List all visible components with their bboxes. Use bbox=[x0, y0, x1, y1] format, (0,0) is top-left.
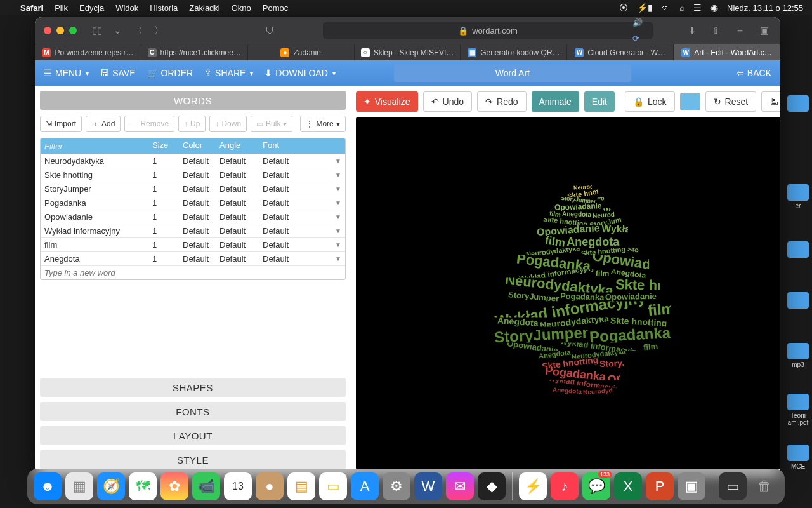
dock-item[interactable]: ♪ bbox=[551, 472, 579, 500]
siri-icon[interactable]: ◉ bbox=[710, 3, 718, 13]
browser-tab[interactable]: ●Zadanie bbox=[248, 44, 355, 60]
dock-item[interactable]: X bbox=[614, 472, 642, 500]
dock-item[interactable]: ▤ bbox=[287, 472, 315, 500]
dock-item[interactable]: ⚡ bbox=[519, 472, 547, 500]
col-angle[interactable]: Angle bbox=[216, 138, 259, 154]
menu-widok[interactable]: Widok bbox=[115, 3, 138, 13]
table-row[interactable]: Pogadanka1DefaultDefaultDefault▼ bbox=[41, 196, 345, 210]
dock-item[interactable]: ◆ bbox=[478, 472, 506, 500]
control-center-icon[interactable]: ☰ bbox=[693, 3, 702, 13]
new-tab-icon[interactable]: ＋ bbox=[733, 25, 747, 37]
accordion-layout[interactable]: LAYOUT bbox=[40, 426, 346, 445]
art-title[interactable]: Word Art bbox=[394, 64, 631, 82]
download-button[interactable]: ⬇ DOWNLOAD bbox=[265, 68, 335, 78]
dock-item[interactable]: 13 bbox=[224, 472, 252, 500]
browser-tab[interactable]: ▦Generator kodów QR… bbox=[461, 44, 567, 60]
down-button[interactable]: ↓ Down bbox=[209, 116, 247, 132]
desktop-item[interactable] bbox=[785, 241, 811, 260]
table-row[interactable]: Anegdota1DefaultDefaultDefault▼ bbox=[41, 251, 345, 265]
accordion-style[interactable]: STYLE bbox=[40, 450, 346, 469]
browser-tab[interactable]: WCloud Generator - W… bbox=[567, 44, 674, 60]
dock-item[interactable]: 💬133 bbox=[582, 472, 610, 500]
undo-button[interactable]: ↶ Undo bbox=[423, 91, 472, 112]
bulk-button[interactable]: ▭ Bulk ▾ bbox=[251, 116, 292, 132]
desktop-item[interactable]: er bbox=[785, 184, 811, 210]
table-row[interactable]: Skte hnotting1DefaultDefaultDefault▼ bbox=[41, 168, 345, 182]
dock-item[interactable]: ✉ bbox=[446, 472, 474, 500]
reload-icon[interactable]: ⟳ bbox=[632, 34, 643, 43]
wifi-icon[interactable]: ᯤ bbox=[662, 3, 671, 13]
table-row[interactable]: Opowiadanie1DefaultDefaultDefault▼ bbox=[41, 210, 345, 224]
new-word-input[interactable] bbox=[44, 268, 145, 277]
sidebar-icon[interactable]: ▯▯ bbox=[89, 25, 105, 36]
animate-button[interactable]: Animate bbox=[532, 91, 579, 112]
search-icon[interactable]: ⌕ bbox=[679, 3, 684, 13]
menu-button[interactable]: ☰ MENU bbox=[44, 68, 89, 78]
menu-historia[interactable]: Historia bbox=[150, 3, 178, 13]
add-button[interactable]: ＋ Add bbox=[86, 116, 121, 132]
menu-okno[interactable]: Okno bbox=[232, 3, 251, 13]
dock-item[interactable]: ✿ bbox=[160, 472, 188, 500]
desktop-item[interactable]: MCE bbox=[785, 444, 811, 470]
traffic-lights[interactable] bbox=[44, 27, 77, 34]
color-swatch[interactable] bbox=[680, 93, 700, 110]
dock-item[interactable]: ▦ bbox=[65, 472, 93, 500]
screenrec-icon[interactable]: ⦿ bbox=[619, 3, 628, 13]
dock-item[interactable]: ▣ bbox=[678, 472, 705, 500]
up-button[interactable]: ↑ Up bbox=[178, 116, 206, 132]
col-size[interactable]: Size bbox=[148, 138, 179, 154]
more-button[interactable]: ⋮ More ▾ bbox=[300, 116, 345, 132]
browser-tab[interactable]: MPotwierdzenie rejestr… bbox=[35, 44, 141, 60]
table-row[interactable]: StoryJumper1DefaultDefaultDefault▼ bbox=[41, 182, 345, 196]
menu-pomoc[interactable]: Pomoc bbox=[263, 3, 288, 13]
menu-edycja[interactable]: Edycja bbox=[79, 3, 104, 13]
dock-item[interactable]: W bbox=[414, 472, 442, 500]
accordion-fonts[interactable]: FONTS bbox=[40, 402, 346, 421]
dock-item[interactable]: ☻ bbox=[34, 472, 62, 500]
maximize-icon[interactable] bbox=[69, 27, 77, 34]
lock-button[interactable]: 🔒 Lock bbox=[625, 91, 675, 112]
clock[interactable]: Niedz. 13.11 o 12:55 bbox=[727, 3, 803, 13]
import-button[interactable]: ⇲ Import bbox=[40, 116, 82, 132]
dock-item[interactable]: 🗺 bbox=[129, 472, 157, 500]
redo-button[interactable]: ↷ Redo bbox=[477, 91, 526, 112]
print-button[interactable]: 🖶 Print bbox=[761, 91, 780, 112]
dock-item[interactable]: ▭ bbox=[719, 472, 747, 500]
col-color[interactable]: Color bbox=[179, 138, 216, 154]
remove-button[interactable]: — Remove bbox=[124, 116, 174, 132]
shield-icon[interactable]: ⛉ bbox=[263, 25, 277, 36]
visualize-button[interactable]: ✦ Visualize bbox=[356, 91, 418, 112]
desktop-item[interactable]: Teorii ami.pdf bbox=[785, 394, 811, 426]
address-bar[interactable]: 🔒 wordart.com 🔊⟳ bbox=[323, 22, 653, 39]
dock-item[interactable]: P bbox=[646, 472, 674, 500]
table-row[interactable]: Wykład informacyjny1DefaultDefaultDefaul… bbox=[41, 224, 345, 237]
col-font[interactable]: Font bbox=[259, 138, 345, 154]
desktop-item[interactable] bbox=[785, 292, 811, 311]
dock-item[interactable]: 📹 bbox=[192, 472, 220, 500]
dock-item[interactable]: 🧭 bbox=[97, 472, 125, 500]
desktop-item[interactable] bbox=[785, 95, 811, 114]
close-icon[interactable] bbox=[44, 27, 51, 34]
tabs-overview-icon[interactable]: ▣ bbox=[757, 25, 771, 37]
accordion-shapes[interactable]: SHAPES bbox=[40, 378, 346, 397]
reset-button[interactable]: ↻ Reset bbox=[705, 91, 757, 112]
browser-tab[interactable]: ○Sklep - Sklep MISEVI… bbox=[355, 44, 461, 60]
dock-item[interactable]: ▭ bbox=[319, 472, 347, 500]
downloads-icon[interactable]: ⬇ bbox=[686, 25, 699, 37]
app-name[interactable]: Safari bbox=[20, 3, 43, 13]
menu-plik[interactable]: Plik bbox=[55, 3, 68, 13]
edit-button[interactable]: Edit bbox=[584, 91, 615, 112]
browser-tab[interactable]: Chttps://mce1.clickmee… bbox=[141, 44, 248, 60]
battery-icon[interactable]: ⚡▮ bbox=[637, 3, 653, 13]
audio-icon[interactable]: 🔊 bbox=[632, 18, 643, 27]
dock-item[interactable]: 🗑 bbox=[750, 472, 778, 500]
table-row[interactable]: film1DefaultDefaultDefault▼ bbox=[41, 237, 345, 251]
preview-canvas[interactable]: NeurodydaktykaSkte hnottingStoryJumperPo… bbox=[356, 117, 780, 469]
share-icon[interactable]: ⇧ bbox=[709, 25, 723, 37]
nav-forward-icon[interactable]: 〉 bbox=[152, 25, 166, 37]
table-row[interactable]: Neurodydaktyka1DefaultDefaultDefault▼ bbox=[41, 154, 345, 168]
dock-item[interactable]: ⚙ bbox=[383, 472, 410, 500]
back-button[interactable]: ⇦ BACK bbox=[737, 68, 771, 78]
save-button[interactable]: 🖫 SAVE bbox=[100, 68, 135, 78]
order-button[interactable]: 🛒 ORDER bbox=[147, 68, 193, 78]
